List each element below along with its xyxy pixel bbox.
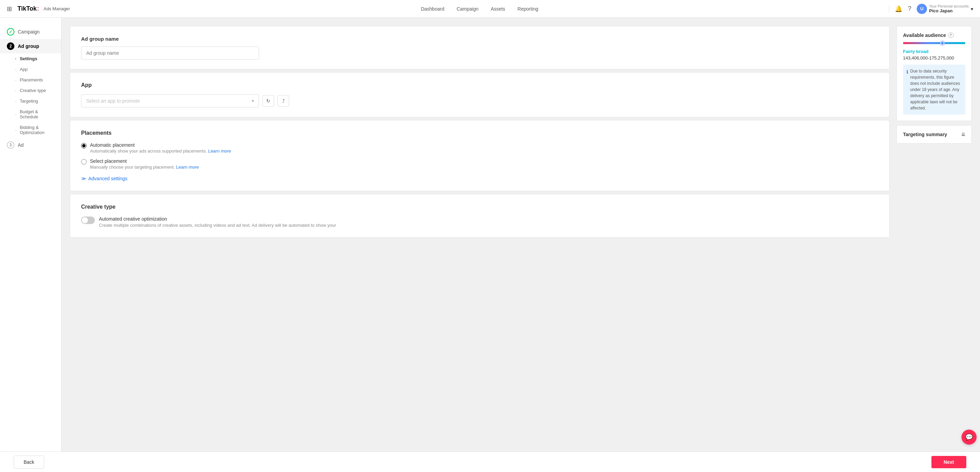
sidebar-placements-label: Placements [20,77,43,83]
sidebar-campaign-label: Campaign [18,29,40,35]
user-info: Your Personal accounts Pico Japan [929,4,969,13]
ad-group-name-input[interactable] [81,46,259,59]
advanced-settings-label: Advanced settings [88,176,127,181]
advanced-settings-icon: ≫ [81,176,86,181]
refresh-icon: ↻ [266,98,270,103]
user-dropdown[interactable]: U Your Personal accounts Pico Japan ▾ [917,4,973,14]
targeting-summary-label: Targeting summary [903,132,947,137]
nav-reporting[interactable]: Reporting [517,6,538,12]
topnav: ⊞ TikTok: Ads Manager Dashboard Campaign… [0,0,980,18]
sidebar-subitem-placements[interactable]: Placements [0,75,61,85]
ads-manager-label: Ads Manager [43,6,70,11]
main-content: Ad group name App Select an app to promo… [62,18,980,472]
sidebar-subitem-app[interactable]: App [0,64,61,75]
sidebar-subitem-targeting[interactable]: Targeting [0,96,61,106]
divider-2 [70,117,890,120]
creative-type-title: Creative type [81,204,878,210]
right-panel: Available audience ? Fairly broad 143,40… [897,26,972,445]
help-icon[interactable]: ? [908,5,911,12]
sidebar: ✓ Campaign 2 Ad group Settings App Place… [0,18,62,472]
available-audience-title: Available audience ? [903,32,965,38]
audience-info-text: Due to data security requirements, this … [910,68,962,111]
sidebar-ad-label: Ad [18,142,24,148]
automatic-placement-option: Automatic placement Automatically show y… [81,142,878,154]
external-link-button[interactable]: ⤴ [277,95,289,107]
chat-bubble[interactable]: 💬 [961,429,977,445]
app-section-title: App [81,82,878,88]
placements-section-title: Placements [81,130,878,136]
topnav-right: 🔔 ? U Your Personal accounts Pico Japan … [889,4,973,14]
creative-type-content: Automated creative optimization Create m… [99,216,336,228]
sidebar-subitem-settings[interactable]: Settings [0,53,61,64]
sidebar-bidding-label: Bidding & Optimization [20,125,54,135]
automatic-placement-radio[interactable] [81,143,87,148]
bottom-bar: Back Next [0,451,980,472]
main-layout: ✓ Campaign 2 Ad group Settings App Place… [0,18,980,472]
app-select-row: Select an app to promote ▾ ↻ ⤴ [81,94,878,107]
sidebar-item-adgroup[interactable]: 2 Ad group [0,39,61,53]
sidebar-app-label: App [20,67,28,72]
divider-3 [70,191,890,194]
sidebar-item-ad[interactable]: 3 Ad [0,138,61,152]
form-area: Ad group name App Select an app to promo… [70,26,890,445]
automatic-placement-label: Automatic placement [90,142,231,148]
targeting-summary-card: Targeting summary ⇊ [897,125,972,144]
bell-icon[interactable]: 🔔 [895,5,902,13]
select-learn-more[interactable]: Learn more [176,165,199,170]
tiktok-logo-text: TikTok [18,5,37,12]
audience-range: 143,406,000-175,275,000 [903,56,965,60]
select-placement-content: Select placement Manually choose your ta… [90,158,199,170]
next-button[interactable]: Next [931,456,966,468]
ad-group-name-label: Ad group name [81,36,878,42]
toggle-thumb [82,217,88,223]
automatic-placement-content: Automatic placement Automatically show y… [90,142,231,154]
chat-icon: 💬 [965,433,973,441]
info-icon: ℹ [907,68,908,111]
tiktok-logo: TikTok: [18,5,39,12]
nav-campaign[interactable]: Campaign [457,6,478,12]
placements-section: Placements Automatic placement Automatic… [70,120,890,191]
nav-dashboard[interactable]: Dashboard [421,6,444,12]
audience-info-box: ℹ Due to data security requirements, thi… [903,65,965,114]
step1-circle: ✓ [7,28,14,36]
creative-type-toggle-row: Automated creative optimization Create m… [81,216,878,228]
app-select-placeholder: Select an app to promote [86,98,140,103]
divider-1 [70,70,890,72]
account-name: Pico Japan [929,8,969,13]
avatar: U [917,4,927,14]
automatic-learn-more[interactable]: Learn more [208,148,231,154]
automatic-placement-desc: Automatically show your ads across suppo… [90,148,231,154]
select-placement-option: Select placement Manually choose your ta… [81,158,878,170]
step3-circle: 3 [7,141,14,149]
audience-label: Fairly broad [903,49,965,54]
audience-bar [903,42,965,44]
targeting-summary-title: Targeting summary ⇊ [903,132,965,137]
sidebar-targeting-label: Targeting [20,99,38,103]
nav-divider [889,5,889,12]
sidebar-settings-label: Settings [20,56,37,61]
automated-creative-toggle[interactable] [81,216,95,224]
grid-icon[interactable]: ⊞ [7,5,12,13]
app-section: App Select an app to promote ▾ ↻ ⤴ [70,72,890,117]
creative-type-toggle-label: Automated creative optimization [99,216,336,222]
advanced-settings-toggle[interactable]: ≫ Advanced settings [81,176,878,181]
audience-indicator [903,42,965,44]
app-select-dropdown[interactable]: Select an app to promote ▾ [81,94,259,107]
ad-group-name-section: Ad group name [70,26,890,70]
refresh-button[interactable]: ↻ [262,95,274,107]
sidebar-subitem-bidding[interactable]: Bidding & Optimization [0,122,61,138]
available-audience-card: Available audience ? Fairly broad 143,40… [897,26,972,121]
select-placement-radio[interactable] [81,159,87,165]
topnav-center: Dashboard Campaign Assets Reporting [70,6,889,12]
creative-type-toggle-desc: Create multiple combinations of creative… [99,222,336,228]
nav-assets[interactable]: Assets [491,6,505,12]
audience-help-icon[interactable]: ? [948,32,954,38]
double-chevron-icon[interactable]: ⇊ [961,132,965,137]
back-button[interactable]: Back [14,456,44,469]
sidebar-subitem-creative-type[interactable]: Creative type [0,85,61,96]
sidebar-subitem-budget-schedule[interactable]: Budget & Schedule [0,106,61,122]
sidebar-adgroup-label: Ad group [18,43,39,49]
sidebar-item-campaign[interactable]: ✓ Campaign [0,25,61,39]
ad-group-name-wrapper [81,46,259,59]
chevron-down-icon: ▾ [252,99,254,103]
